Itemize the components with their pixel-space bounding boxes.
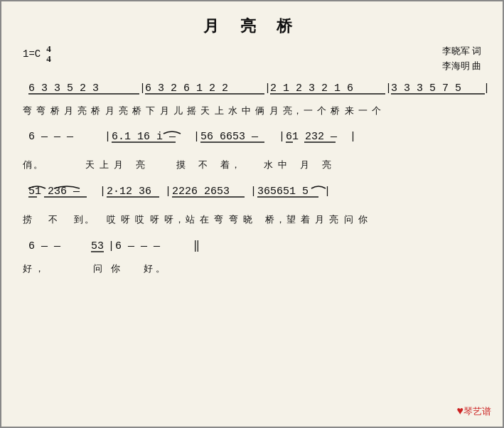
section-2: 6 — — — | 6.1 16 i — | 56 6653 — | 61 23…	[23, 128, 481, 171]
svg-text:6  —  —  —: 6 — — —	[115, 240, 161, 252]
svg-text:56 6653  —: 56 6653 —	[200, 131, 259, 143]
svg-text:6  —  —  —: 6 — — —	[28, 131, 74, 143]
section-4: 6 — — 53 | 6 — — — ‖ 好， 问 你 好。	[23, 237, 481, 275]
svg-text:|: |	[193, 131, 200, 143]
music-composer: 李海明 曲	[442, 59, 481, 74]
logo-heart: ♥	[457, 405, 464, 417]
section-1-lyrics: 弯 弯 桥 月 亮 桥 月 亮 桥 下 月 儿 摇 天 上 水 中 俩 月 亮，…	[23, 105, 481, 117]
section-1: 6 3 3 5 2 3 | 6 3 2 6 1 2 2 | 2 1 2 3 2 …	[23, 80, 481, 117]
svg-text:|: |	[324, 186, 331, 198]
svg-text:|: |	[104, 131, 111, 143]
svg-text:6 3 2 6 1 2 2: 6 3 2 6 1 2 2	[145, 82, 228, 95]
logo: ♥琴艺谱	[457, 405, 492, 418]
svg-text:2 1 2 3 2 1 6: 2 1 2 3 2 1 6	[270, 82, 353, 95]
section-3-svg: 51 236 — | 2·12 36 | 2226 2653 | 365651 …	[23, 183, 492, 214]
subtitle-row: 1=C 4 4 李晓军 词 李海明 曲	[23, 44, 481, 74]
svg-text:365651 5: 365651 5	[257, 186, 309, 198]
lyric-composer: 李晓军 词	[442, 44, 481, 59]
section-4-lyrics: 好， 问 你 好。	[23, 263, 481, 275]
key-time: 1=C 4 4	[23, 44, 51, 65]
composer-info: 李晓军 词 李海明 曲	[442, 44, 481, 74]
section-3-lyrics: 捞 不 到。 哎 呀 哎 呀 呀，站 在 弯 弯 晓 桥，望 着 月 亮 问 你	[23, 214, 481, 226]
sheet-container: 月 亮 桥 1=C 4 4 李晓军 词 李海明 曲 6 3 3 5 2 3 |	[0, 0, 504, 428]
svg-text:61   232  —: 61 232 —	[286, 131, 338, 143]
svg-text:2226 2653: 2226 2653	[172, 186, 230, 198]
svg-text:53: 53	[91, 240, 104, 252]
svg-text:|: |	[350, 131, 356, 143]
svg-text:‖: ‖	[193, 240, 200, 252]
svg-text:|: |	[108, 240, 114, 252]
svg-text:|: |	[100, 186, 106, 198]
svg-text:|: |	[279, 131, 285, 143]
svg-text:|: |	[165, 186, 171, 198]
svg-text:|: |	[250, 186, 257, 198]
svg-text:|: |	[483, 82, 490, 95]
svg-text:2·12 36: 2·12 36	[107, 186, 151, 198]
section-3: 51 236 — | 2·12 36 | 2226 2653 | 365651 …	[23, 183, 481, 226]
title: 月 亮 桥	[23, 16, 481, 37]
section-4-svg: 6 — — 53 | 6 — — — ‖	[23, 237, 492, 263]
logo-text: 琴艺谱	[463, 406, 491, 417]
svg-text:3 3 3 5 7 5: 3 3 3 5 7 5	[391, 82, 461, 95]
svg-text:51 236  —: 51 236 —	[28, 186, 80, 198]
section-1-svg: 6 3 3 5 2 3 | 6 3 2 6 1 2 2 | 2 1 2 3 2 …	[23, 80, 492, 105]
svg-text:6  —  —: 6 — —	[28, 240, 61, 252]
section-2-svg: 6 — — — | 6.1 16 i — | 56 6653 — | 61 23…	[23, 128, 492, 159]
time-signature: 4 4	[46, 44, 51, 65]
key-label: 1=C	[23, 48, 41, 60]
svg-text:6 3 3 5 2 3: 6 3 3 5 2 3	[28, 82, 99, 95]
section-2-lyrics: 俏。 天 上 月 亮 摸 不 着， 水 中 月 亮	[23, 159, 481, 171]
